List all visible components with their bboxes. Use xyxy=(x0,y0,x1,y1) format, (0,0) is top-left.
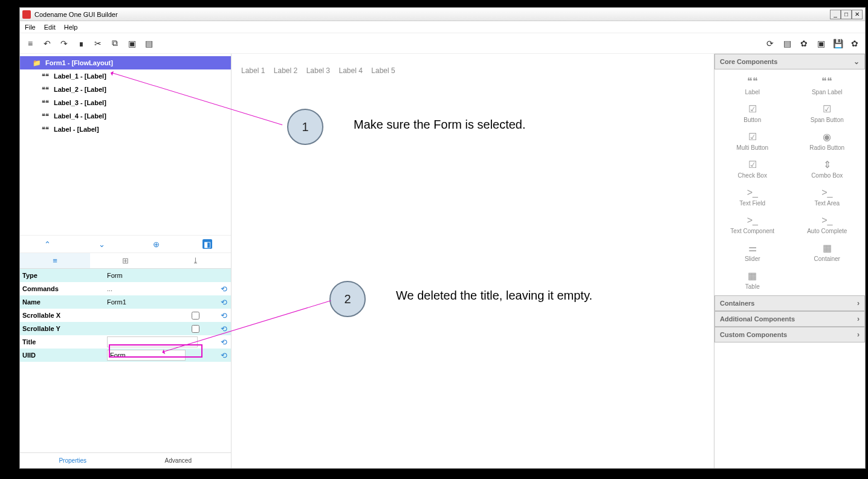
close-button[interactable]: ✕ xyxy=(852,10,863,19)
containers-header[interactable]: Containers › xyxy=(714,295,865,311)
canvas-label[interactable]: Label 1 xyxy=(241,66,265,75)
scrollable-x-checkbox[interactable] xyxy=(192,312,199,320)
palette-item-label: Auto Complete xyxy=(807,228,847,234)
palette-item-icon: ▦ xyxy=(821,242,833,254)
palette-item[interactable]: ❝❝Label xyxy=(716,72,789,98)
menu-help[interactable]: Help xyxy=(64,24,78,31)
properties-table: Type Form Commands ... ⟲ Name Form1 ⟲ Sc… xyxy=(20,269,231,452)
left-panel: 📁 Form1 - [FlowLayout] ❝❝ Label_1 - [Lab… xyxy=(20,54,232,468)
palette-item[interactable]: ☑Span Button xyxy=(791,100,864,126)
tree-item[interactable]: ❝❝ Label_4 - [Label] xyxy=(20,109,231,123)
revert-icon[interactable]: ⟲ xyxy=(216,338,231,347)
palette-item[interactable]: >_Text Component xyxy=(716,211,789,237)
prop-row-scrollx: Scrollable X ⟲ xyxy=(20,309,231,322)
palette-item-icon: ⇕ xyxy=(821,159,833,171)
palette-item[interactable]: ▦Container xyxy=(791,239,864,265)
palette-item[interactable]: ⇕Combo Box xyxy=(791,155,864,182)
palette-item[interactable]: ☑Check Box xyxy=(716,155,789,182)
maximize-button[interactable]: □ xyxy=(841,10,852,19)
hamburger-icon[interactable]: ≡ xyxy=(25,38,36,49)
core-components-header[interactable]: Core Components ⌄ xyxy=(714,54,865,69)
add-icon[interactable]: ⊕ xyxy=(148,239,164,250)
palette-item[interactable]: ☑Button xyxy=(716,100,789,126)
chevron-right-icon: › xyxy=(857,315,860,323)
prop-value[interactable]: Form1 xyxy=(105,298,216,306)
palette-item-label: Multi Button xyxy=(736,144,768,151)
palette-item[interactable]: ▦Table xyxy=(716,266,789,293)
menu-edit[interactable]: Edit xyxy=(44,24,56,31)
redo-icon[interactable]: ↷ xyxy=(59,38,70,49)
tree-item[interactable]: ❝❝ Label_3 - [Label] xyxy=(20,96,231,109)
menubar: File Edit Help xyxy=(20,21,865,33)
cut-icon[interactable]: ✂ xyxy=(92,38,103,49)
delete-icon[interactable]: ∎ xyxy=(76,38,86,49)
palette-item-label: Span Label xyxy=(812,89,843,95)
scrollable-y-checkbox[interactable] xyxy=(192,325,199,333)
palette-item-label: Radio Button xyxy=(809,144,844,151)
properties-tab[interactable]: Properties xyxy=(20,453,126,468)
tree-item[interactable]: ❝❝ Label_2 - [Label] xyxy=(20,83,231,96)
grid-props-tab[interactable]: ⊞ xyxy=(90,253,160,268)
gear-icon[interactable]: ✿ xyxy=(849,38,860,49)
image-icon[interactable]: ▣ xyxy=(815,38,826,49)
move-down-icon[interactable]: ⌄ xyxy=(94,239,110,250)
revert-icon[interactable]: ⟲ xyxy=(216,351,231,360)
palette-item-icon: >_ xyxy=(747,187,759,199)
move-up-icon[interactable]: ⌃ xyxy=(39,239,56,250)
custom-components-header[interactable]: Custom Components › xyxy=(714,327,865,342)
commands-dots-button[interactable]: ... xyxy=(107,285,112,292)
tree-item-label: Label_1 - [Label] xyxy=(54,72,106,80)
tree-item-label: Label - [Label] xyxy=(54,126,99,133)
prop-row-commands: Commands ... ⟲ xyxy=(20,282,231,295)
menu-file[interactable]: File xyxy=(25,24,36,31)
canvas-label[interactable]: Label 3 xyxy=(306,66,330,75)
layout-props-tab[interactable]: ⤓ xyxy=(161,253,231,268)
title-highlight-box xyxy=(109,344,202,358)
palette-item-label: Container xyxy=(814,256,840,262)
revert-icon[interactable]: ⟲ xyxy=(216,311,231,320)
core-components-grid: ❝❝Label❝❝Span Label☑Button☑Span Button☑M… xyxy=(714,69,865,295)
basic-props-tab[interactable]: ≡ xyxy=(20,253,90,268)
toolbar: ≡ ↶ ↷ ∎ ✂ ⧉ ▣ ▤ ⟳ ▤ ✿ ▣ 💾 ✿ xyxy=(20,33,865,54)
save-icon[interactable]: 💾 xyxy=(832,38,843,49)
device-icon[interactable]: ▤ xyxy=(782,38,792,49)
settings-icon[interactable]: ✿ xyxy=(798,38,809,49)
palette-item-icon: ☑ xyxy=(747,103,759,115)
new-icon[interactable]: ▤ xyxy=(143,38,154,49)
copy-icon[interactable]: ⧉ xyxy=(109,38,120,49)
palette-item-icon: ▦ xyxy=(747,270,759,282)
canvas-label[interactable]: Label 2 xyxy=(274,66,297,75)
advanced-tab[interactable]: Advanced xyxy=(126,453,232,468)
palette-item-icon: ❝❝ xyxy=(747,76,759,88)
palette-item[interactable]: >_Text Area xyxy=(791,183,864,210)
revert-icon[interactable]: ⟲ xyxy=(216,285,231,294)
paste-icon[interactable]: ▣ xyxy=(126,38,137,49)
palette-item[interactable]: ☑Multi Button xyxy=(716,127,789,154)
palette-item[interactable]: ❝❝Span Label xyxy=(791,72,864,98)
undo-icon[interactable]: ↶ xyxy=(42,38,53,49)
minimize-button[interactable]: _ xyxy=(830,10,841,19)
canvas-label[interactable]: Label 5 xyxy=(371,66,395,75)
palette-item-label: Label xyxy=(745,89,760,95)
palette-item-label: Text Field xyxy=(739,200,765,207)
folder-icon: 📁 xyxy=(32,59,42,67)
palette-item-icon: ☑ xyxy=(821,103,833,115)
tree-toolbar: ⌃ ⌄ ⊕ ◧ xyxy=(20,235,231,253)
palette-item[interactable]: >_Auto Complete xyxy=(791,211,864,237)
refresh-icon[interactable]: ⟳ xyxy=(765,38,776,49)
form-canvas[interactable]: Label 1 Label 2 Label 3 Label 4 Label 5 xyxy=(236,59,709,82)
main-area: 📁 Form1 - [FlowLayout] ❝❝ Label_1 - [Lab… xyxy=(20,54,865,468)
palette-item-label: Table xyxy=(745,283,760,290)
canvas-label[interactable]: Label 4 xyxy=(338,66,362,75)
tree-root-form[interactable]: 📁 Form1 - [FlowLayout] xyxy=(20,56,231,69)
tree-item[interactable]: ❝❝ Label - [Label] xyxy=(20,123,231,136)
palette-item[interactable]: ⚌Slider xyxy=(716,239,789,265)
revert-icon[interactable]: ⟲ xyxy=(216,298,231,307)
palette-item-label: Text Component xyxy=(730,228,774,234)
app-logo-icon xyxy=(22,10,31,19)
additional-components-header[interactable]: Additional Components › xyxy=(714,311,865,327)
tree-item-label: Label_2 - [Label] xyxy=(54,86,106,93)
wrap-icon[interactable]: ◧ xyxy=(202,239,212,249)
palette-item[interactable]: >_Text Field xyxy=(716,183,789,210)
palette-item[interactable]: ◉Radio Button xyxy=(791,127,864,154)
